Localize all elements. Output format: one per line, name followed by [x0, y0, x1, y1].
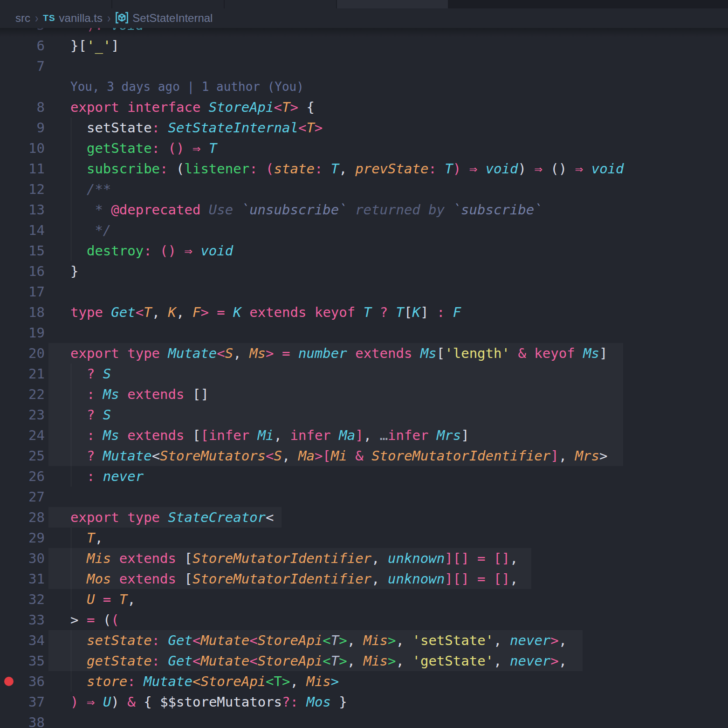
- code-text: T,: [70, 528, 103, 548]
- code-text: : Ms extends [[infer Mi, infer Ma], …inf…: [70, 425, 469, 446]
- code-line-13[interactable]: 13 * @deprecated Use `unsubscribe` retur…: [0, 199, 728, 220]
- code-text: store: Mutate<StoreApi<T>, Mis>: [70, 671, 339, 692]
- scroll-shadow: [0, 28, 728, 37]
- line-number[interactable]: 18: [0, 302, 45, 323]
- line-number[interactable]: 21: [0, 364, 45, 384]
- line-number[interactable]: 12: [0, 179, 45, 199]
- code-line-23[interactable]: 23 ? S: [0, 405, 728, 425]
- code-line-9[interactable]: 9 setState: SetStateInternal<T>: [0, 117, 728, 138]
- chevron-right-icon: ›: [107, 11, 110, 26]
- code-line-35[interactable]: 35 getState: Get<Mutate<StoreApi<T>, Mis…: [0, 651, 728, 671]
- line-number[interactable]: 26: [0, 466, 45, 487]
- line-number[interactable]: 9: [0, 117, 45, 138]
- code-text: }: [70, 261, 78, 282]
- code-line-31[interactable]: 31 Mos extends [StoreMutatorIdentifier, …: [0, 569, 728, 589]
- line-number[interactable]: 30: [0, 548, 45, 569]
- code-line-24[interactable]: 24 : Ms extends [[infer Mi, infer Ma], ……: [0, 425, 728, 446]
- line-number[interactable]: 33: [0, 610, 45, 630]
- code-line-17[interactable]: 17: [0, 282, 728, 302]
- code-line-38[interactable]: 38: [0, 712, 728, 728]
- indent-guide: [71, 630, 71, 692]
- line-number[interactable]: 34: [0, 630, 45, 651]
- line-number[interactable]: 32: [0, 589, 45, 610]
- chevron-right-icon: ›: [35, 11, 38, 26]
- code-line-26[interactable]: 26 : never: [0, 466, 728, 487]
- line-number[interactable]: 28: [0, 507, 45, 528]
- code-line-11[interactable]: 11 subscribe: (listener: (state: T, prev…: [0, 158, 728, 179]
- line-number[interactable]: 13: [0, 199, 45, 220]
- line-number[interactable]: 15: [0, 240, 45, 261]
- line-number[interactable]: 14: [0, 220, 45, 240]
- line-number[interactable]: 22: [0, 384, 45, 405]
- line-number[interactable]: 27: [0, 487, 45, 507]
- code-line-12[interactable]: 12 /**: [0, 179, 728, 199]
- code-text: : never: [70, 466, 144, 487]
- code-text: * @deprecated Use `unsubscribe` returned…: [70, 199, 543, 220]
- editor-tab-4[interactable]: [337, 0, 448, 8]
- breadcrumb-folder[interactable]: src: [15, 12, 30, 25]
- line-number[interactable]: 38: [0, 712, 45, 728]
- code-line-6[interactable]: 6}['_']: [0, 35, 728, 56]
- code-line-10[interactable]: 10 getState: () ⇒ T: [0, 138, 728, 158]
- editor-tab-1[interactable]: [0, 0, 111, 8]
- line-number[interactable]: 29: [0, 528, 45, 548]
- code-line-18[interactable]: 18type Get<T, K, F> = K extends keyof T …: [0, 302, 728, 323]
- code-line-36[interactable]: 36 store: Mutate<StoreApi<T>, Mis>: [0, 671, 728, 692]
- editor-tab-2[interactable]: [112, 0, 224, 8]
- line-number[interactable]: 7: [0, 56, 45, 76]
- code-text: U = T,: [70, 589, 136, 610]
- indent-guide: [71, 364, 71, 487]
- code-text: setState: Get<Mutate<StoreApi<T>, Mis>, …: [70, 630, 567, 651]
- code-text: ? S: [70, 364, 111, 384]
- code-line-7[interactable]: 7: [0, 56, 728, 76]
- line-number[interactable]: 16: [0, 261, 45, 282]
- code-line-20[interactable]: 20export type Mutate<S, Ms> = number ext…: [0, 343, 728, 364]
- code-line-30[interactable]: 30 Mis extends [StoreMutatorIdentifier, …: [0, 548, 728, 569]
- line-number[interactable]: 17: [0, 282, 45, 302]
- code-line-27[interactable]: 27: [0, 487, 728, 507]
- code-line-8[interactable]: 8export interface StoreApi<T> {: [0, 97, 728, 117]
- line-number[interactable]: 36: [0, 671, 45, 692]
- editor-tab-5[interactable]: [449, 0, 728, 8]
- editor-tab-strip[interactable]: [0, 0, 728, 8]
- blame-text: You, 3 days ago | 1 author (You): [70, 76, 304, 97]
- code-line-19[interactable]: 19: [0, 323, 728, 343]
- type-symbol-icon: [115, 12, 129, 27]
- code-line-34[interactable]: 34 setState: Get<Mutate<StoreApi<T>, Mis…: [0, 630, 728, 651]
- editor-tab-3[interactable]: [225, 0, 336, 8]
- code-line-22[interactable]: 22 : Ms extends []: [0, 384, 728, 405]
- code-line-29[interactable]: 29 T,: [0, 528, 728, 548]
- code-line-25[interactable]: 25 ? Mutate<StoreMutators<S, Ma>[Mi & St…: [0, 446, 728, 466]
- line-number[interactable]: 31: [0, 569, 45, 589]
- breadcrumb-symbol[interactable]: SetStateInternal: [132, 12, 213, 25]
- line-number[interactable]: 20: [0, 343, 45, 364]
- line-number[interactable]: 6: [0, 35, 45, 56]
- code-text: export type Mutate<S, Ms> = number exten…: [70, 343, 608, 364]
- breadcrumb: src › TS vanilla.ts › SetStateInternal: [0, 8, 728, 28]
- code-text: type Get<T, K, F> = K extends keyof T ? …: [70, 302, 461, 323]
- line-number[interactable]: 23: [0, 405, 45, 425]
- line-number[interactable]: 24: [0, 425, 45, 446]
- code-line-16[interactable]: 16}: [0, 261, 728, 282]
- code-line-21[interactable]: 21 ? S: [0, 364, 728, 384]
- line-highlight: [48, 364, 623, 384]
- code-line-33[interactable]: 33> = ((: [0, 610, 728, 630]
- line-number[interactable]: 11: [0, 158, 45, 179]
- code-line-15[interactable]: 15 destroy: () ⇒ void: [0, 240, 728, 261]
- line-number[interactable]: 37: [0, 692, 45, 712]
- line-number[interactable]: 35: [0, 651, 45, 671]
- code-line-28[interactable]: 28export type StateCreator<: [0, 507, 728, 528]
- indent-guide: [71, 117, 71, 261]
- editor-pane[interactable]: 5 ): void6}['_']7You, 3 days ago | 1 aut…: [0, 0, 728, 728]
- line-number[interactable]: 25: [0, 446, 45, 466]
- line-number[interactable]: 10: [0, 138, 45, 158]
- code-text: getState: Get<Mutate<StoreApi<T>, Mis>, …: [70, 651, 567, 671]
- code-line-32[interactable]: 32 U = T,: [0, 589, 728, 610]
- line-number[interactable]: 19: [0, 323, 45, 343]
- line-number[interactable]: 8: [0, 97, 45, 117]
- code-line-37[interactable]: 37) ⇒ U) & { $$storeMutators?: Mos }: [0, 692, 728, 712]
- breadcrumb-file[interactable]: vanilla.ts: [59, 12, 103, 25]
- git-blame-annotation[interactable]: You, 3 days ago | 1 author (You): [0, 76, 728, 97]
- typescript-file-icon: TS: [43, 13, 55, 23]
- code-line-14[interactable]: 14 */: [0, 220, 728, 240]
